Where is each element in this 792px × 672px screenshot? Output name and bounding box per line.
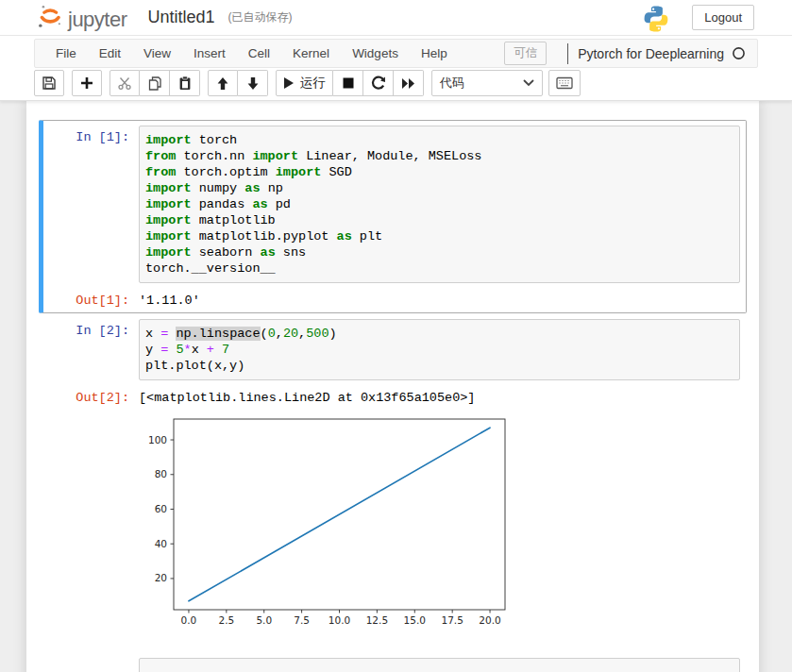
code-editor[interactable] [139,658,740,672]
menu-row: File Edit View Insert Cell Kernel Widget… [0,36,792,68]
paste-cell-button[interactable] [170,70,200,96]
cell-type-value: 代码 [440,75,523,92]
code-editor[interactable]: x = np.linspace(0,20,500)y = 5*x + 7plt.… [139,319,740,380]
paste-icon [177,76,193,91]
code-cell-3[interactable] [39,652,747,672]
copy-cell-button[interactable] [140,70,170,96]
notebook-title[interactable]: Untitled1 [148,8,215,27]
restart-kernel-button[interactable] [363,70,394,96]
output-prompt: Out[1]: [44,289,139,308]
logo-text: jupyter [68,8,127,32]
menu-view[interactable]: View [132,41,182,66]
copy-icon [147,76,162,91]
svg-text:20.0: 20.0 [479,614,500,626]
restart-icon [371,76,386,91]
menubar: File Edit View Insert Cell Kernel Widget… [34,39,758,68]
svg-text:5.0: 5.0 [256,614,272,626]
kernel-idle-indicator [732,46,746,60]
chevron-down-icon [523,79,534,87]
matplotlib-plot-output: 0.02.55.07.510.012.515.017.520.020406080… [139,405,514,647]
menu-cell[interactable]: Cell [237,41,281,66]
output-text: [<matplotlib.lines.Line2D at 0x13f65a105… [139,386,475,405]
menu-kernel[interactable]: Kernel [281,41,341,66]
menu-edit[interactable]: Edit [88,41,132,66]
output-prompt: Out[2]: [44,386,139,405]
python-logo-icon [641,4,671,34]
kernel-circle-icon [732,46,746,60]
kernel-name: Pytorch for Deeplearning [578,46,724,61]
input-prompt: In [1]: [44,126,139,283]
jupyter-notebook-app: jupyter Untitled1 (已自动保存) Logout File Ed… [0,0,792,672]
fast-forward-icon [401,77,415,90]
kernel-separator [567,43,568,64]
menu-widgets[interactable]: Widgets [341,41,410,66]
svg-text:2.5: 2.5 [218,614,234,626]
logout-button[interactable]: Logout [692,5,754,30]
svg-text:15.0: 15.0 [404,614,426,626]
notebook-container: In [1]: import torchfrom torch.nn import… [26,101,759,672]
notebook-scroll-area[interactable]: In [1]: import torchfrom torch.nn import… [0,101,792,672]
run-label: 运行 [300,75,326,92]
floppy-icon [42,76,57,91]
svg-text:80: 80 [155,468,167,479]
menu-file[interactable]: File [44,41,88,66]
code-cell-2[interactable]: In [2]: x = np.linspace(0,20,500)y = 5*x… [39,313,747,652]
run-cell-button[interactable]: 运行 [276,70,333,96]
title-bar: jupyter Untitled1 (已自动保存) Logout [0,0,792,36]
plus-icon [80,76,93,90]
restart-run-all-button[interactable] [394,70,424,96]
svg-text:40: 40 [155,538,167,549]
trusted-button[interactable]: 可信 [504,42,547,65]
cell-type-select[interactable]: 代码 [431,70,543,96]
svg-text:10.0: 10.0 [329,614,350,626]
cut-cell-button[interactable] [110,70,140,96]
menu-help[interactable]: Help [410,41,459,66]
code-editor[interactable]: import torchfrom torch.nn import Linear,… [139,126,740,283]
svg-text:20: 20 [155,572,167,583]
scissors-icon [117,76,132,91]
arrow-down-icon [246,76,260,91]
input-prompt: In [2]: [44,319,139,380]
save-button[interactable] [34,70,64,96]
svg-text:17.5: 17.5 [441,614,463,626]
jupyter-logo-icon [36,4,64,32]
menu-insert[interactable]: Insert [182,41,237,66]
command-palette-button[interactable] [548,70,581,96]
jupyter-logo[interactable]: jupyter [36,4,127,32]
stop-icon [342,76,355,90]
toolbar: 运行 [0,68,792,100]
svg-text:60: 60 [155,503,167,514]
code-cell-1[interactable]: In [1]: import torchfrom torch.nn import… [39,120,747,313]
move-cell-down-button[interactable] [238,70,268,96]
interrupt-kernel-button[interactable] [333,70,363,96]
move-cell-up-button[interactable] [208,70,238,96]
svg-text:12.5: 12.5 [366,614,388,626]
autosave-status: (已自动保存) [228,9,293,25]
output-text: '1.11.0' [139,289,200,308]
arrow-up-icon [216,76,229,91]
header: jupyter Untitled1 (已自动保存) Logout File Ed… [0,0,792,101]
play-icon [283,76,295,90]
svg-text:0.0: 0.0 [181,614,197,626]
svg-text:100: 100 [148,434,167,445]
keyboard-icon [556,76,573,90]
add-cell-button[interactable] [72,70,102,96]
svg-text:7.5: 7.5 [294,614,310,626]
